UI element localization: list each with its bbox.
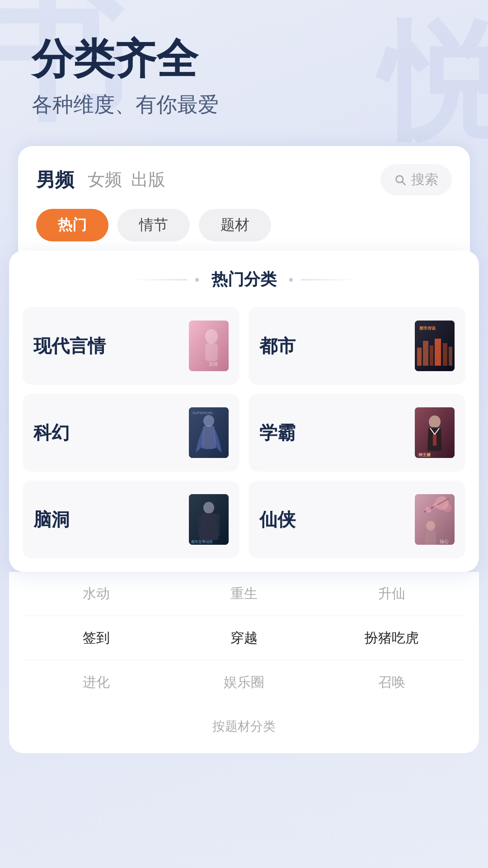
svg-text:SUPERGIRL: SUPERGIRL <box>192 411 214 415</box>
sub-cat-label-qiandao: 签到 <box>83 630 110 645</box>
svg-rect-10 <box>435 339 441 366</box>
popular-categories-card: 热门分类 现代言情 <box>9 250 479 572</box>
svg-text:神王婿: 神王婿 <box>418 453 431 457</box>
cover-art-1: 言情 <box>189 321 229 371</box>
sub-cat-label-shengxian: 升仙 <box>378 586 405 601</box>
svg-rect-12 <box>449 347 452 366</box>
svg-point-30 <box>426 507 431 513</box>
category-cell-xiandai[interactable]: 现代言情 言情 <box>23 307 239 385</box>
svg-rect-8 <box>423 341 428 366</box>
category-cell-xianxia[interactable]: 仙侠 <box>249 481 465 558</box>
title-line-left <box>133 279 187 280</box>
svg-rect-19 <box>433 434 436 446</box>
sub-cat-zhaohua[interactable]: 召唤 <box>318 660 465 704</box>
cover-art-5: 都市至尊仙医 <box>189 494 229 545</box>
sub-cat-label-chuanyue: 穿越 <box>230 630 258 645</box>
svg-rect-4 <box>205 343 218 361</box>
category-cell-kehuan[interactable]: 科幻 <box>23 394 239 472</box>
category-label-naodong: 脑洞 <box>33 507 70 532</box>
sub-cat-label-zhaohua: 召唤 <box>378 675 405 689</box>
sub-category-grid: 水动 重生 升仙 签到 穿越 扮猪吃虎 进化 娱乐圈 <box>23 572 465 704</box>
svg-rect-7 <box>417 348 422 366</box>
book-cover-naodong: 都市至尊仙医 <box>189 494 229 545</box>
svg-text:言情: 言情 <box>209 362 218 367</box>
search-button[interactable]: 搜索 <box>380 164 452 195</box>
book-cover-dushi: 都市传说 <box>415 321 455 371</box>
category-label-kehuan: 科幻 <box>33 420 70 445</box>
sub-cat-label-fanzhu: 扮猪吃虎 <box>365 630 419 645</box>
svg-text:都市至尊仙医: 都市至尊仙医 <box>191 540 213 544</box>
svg-line-1 <box>402 182 405 184</box>
tab-row: 男频 女频 出版 搜索 <box>36 164 452 195</box>
svg-rect-23 <box>198 514 202 537</box>
sub-cat-chuanyue[interactable]: 穿越 <box>170 616 318 660</box>
category-cell-naodong[interactable]: 脑洞 <box>23 481 239 558</box>
sub-cat-fanzhu[interactable]: 扮猪吃虎 <box>318 616 465 660</box>
category-label-xiandai: 现代言情 <box>33 334 106 359</box>
hero-section: 分类齐全 各种维度、有你最爱 <box>0 0 488 137</box>
title-dot-left <box>195 278 199 282</box>
svg-rect-9 <box>430 345 433 366</box>
category-grid: 现代言情 言情 <box>23 307 465 558</box>
category-label-xueba: 学霸 <box>259 420 296 445</box>
svg-point-22 <box>203 502 214 514</box>
filter-hot[interactable]: 热门 <box>36 209 108 241</box>
svg-point-31 <box>433 503 437 508</box>
by-genre-button[interactable]: 按题材分类 <box>23 718 465 735</box>
title-dot-right <box>289 278 293 282</box>
title-line-right <box>301 279 355 280</box>
hero-subtitle: 各种维度、有你最爱 <box>32 91 456 119</box>
book-cover-xianxia: 仙心 <box>415 494 455 545</box>
svg-point-18 <box>429 415 441 428</box>
svg-point-15 <box>203 415 214 427</box>
bottom-section: 水动 重生 升仙 签到 穿越 扮猪吃虎 进化 娱乐圈 <box>9 572 479 753</box>
sub-cat-jinhua[interactable]: 进化 <box>23 660 170 704</box>
svg-text:都市传说: 都市传说 <box>419 326 436 330</box>
sub-cat-label-chongsheng: 重生 <box>230 586 258 601</box>
sub-cat-label-jinhua: 进化 <box>83 675 110 689</box>
filter-plot[interactable]: 情节 <box>117 209 190 241</box>
svg-text:仙心: 仙心 <box>440 539 449 544</box>
filter-row: 热门 情节 题材 <box>36 209 452 241</box>
category-cell-dushi[interactable]: 都市 <box>249 307 465 385</box>
page-bottom <box>0 753 488 789</box>
sub-cat-label-shuidong: 水动 <box>83 586 110 601</box>
cover-art-2: 都市传说 <box>415 321 455 371</box>
sub-cat-qiandao[interactable]: 签到 <box>23 616 170 660</box>
search-label: 搜索 <box>411 170 438 189</box>
tab-male[interactable]: 男频 <box>36 167 88 193</box>
category-cell-xueba[interactable]: 学霸 <box>249 394 465 472</box>
sub-cat-chongsheng[interactable]: 重生 <box>170 572 318 616</box>
book-cover-kehuan: SUPERGIRL <box>189 407 229 458</box>
svg-rect-11 <box>443 343 447 366</box>
cover-art-6: 仙心 <box>415 494 455 545</box>
cover-art-3: SUPERGIRL <box>189 407 229 458</box>
section-title: 热门分类 <box>207 269 281 291</box>
hero-title: 分类齐全 <box>32 36 456 82</box>
tab-female[interactable]: 女频 <box>88 168 131 191</box>
overlap-wrapper: 热门分类 现代言情 <box>0 250 488 753</box>
cover-art-4: 神王婿 <box>415 407 455 458</box>
sub-cat-yulerq[interactable]: 娱乐圈 <box>170 660 318 704</box>
sub-cat-shengxian[interactable]: 升仙 <box>318 572 465 616</box>
sub-cat-shuidong[interactable]: 水动 <box>23 572 170 616</box>
book-cover-xiandai: 言情 <box>189 321 229 371</box>
svg-point-28 <box>443 503 452 512</box>
book-cover-xueba: 神王婿 <box>415 407 455 458</box>
category-label-xianxia: 仙侠 <box>259 507 296 532</box>
svg-point-32 <box>426 521 435 531</box>
filter-theme[interactable]: 题材 <box>199 209 271 241</box>
svg-rect-24 <box>215 514 220 537</box>
search-icon <box>394 174 407 186</box>
sub-cat-label-yulerq: 娱乐圈 <box>224 675 264 689</box>
tab-publish[interactable]: 出版 <box>131 168 174 191</box>
main-card: 男频 女频 出版 搜索 热门 情节 题材 <box>18 146 470 255</box>
section-title-row: 热门分类 <box>23 269 465 291</box>
category-label-dushi: 都市 <box>259 334 296 359</box>
svg-point-3 <box>205 329 218 344</box>
